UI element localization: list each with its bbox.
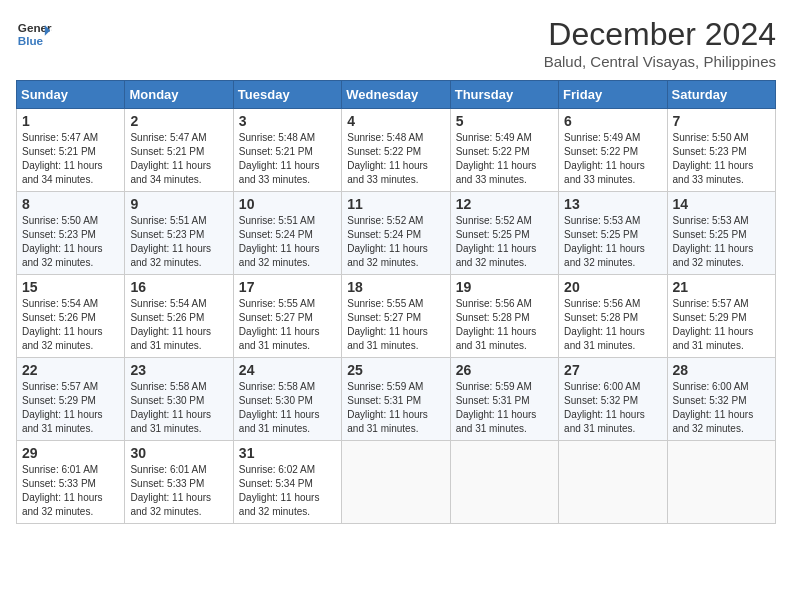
calendar-week-5: 29Sunrise: 6:01 AM Sunset: 5:33 PM Dayli…: [17, 441, 776, 524]
day-number: 27: [564, 362, 661, 378]
day-info: Sunrise: 5:55 AM Sunset: 5:27 PM Dayligh…: [347, 297, 444, 353]
calendar-cell: 18Sunrise: 5:55 AM Sunset: 5:27 PM Dayli…: [342, 275, 450, 358]
day-number: 9: [130, 196, 227, 212]
day-number: 5: [456, 113, 553, 129]
calendar-table: SundayMondayTuesdayWednesdayThursdayFrid…: [16, 80, 776, 524]
day-number: 11: [347, 196, 444, 212]
column-header-friday: Friday: [559, 81, 667, 109]
day-info: Sunrise: 6:01 AM Sunset: 5:33 PM Dayligh…: [130, 463, 227, 519]
logo-icon: General Blue: [16, 16, 52, 52]
day-info: Sunrise: 5:58 AM Sunset: 5:30 PM Dayligh…: [130, 380, 227, 436]
subtitle: Balud, Central Visayas, Philippines: [544, 53, 776, 70]
day-info: Sunrise: 5:57 AM Sunset: 5:29 PM Dayligh…: [673, 297, 770, 353]
calendar-cell: 28Sunrise: 6:00 AM Sunset: 5:32 PM Dayli…: [667, 358, 775, 441]
day-number: 30: [130, 445, 227, 461]
day-info: Sunrise: 5:50 AM Sunset: 5:23 PM Dayligh…: [22, 214, 119, 270]
day-info: Sunrise: 5:56 AM Sunset: 5:28 PM Dayligh…: [564, 297, 661, 353]
day-info: Sunrise: 6:02 AM Sunset: 5:34 PM Dayligh…: [239, 463, 336, 519]
calendar-cell: 30Sunrise: 6:01 AM Sunset: 5:33 PM Dayli…: [125, 441, 233, 524]
calendar-cell: 7Sunrise: 5:50 AM Sunset: 5:23 PM Daylig…: [667, 109, 775, 192]
day-info: Sunrise: 5:55 AM Sunset: 5:27 PM Dayligh…: [239, 297, 336, 353]
calendar-cell: [667, 441, 775, 524]
day-info: Sunrise: 5:49 AM Sunset: 5:22 PM Dayligh…: [456, 131, 553, 187]
calendar-cell: 13Sunrise: 5:53 AM Sunset: 5:25 PM Dayli…: [559, 192, 667, 275]
column-header-monday: Monday: [125, 81, 233, 109]
day-info: Sunrise: 5:52 AM Sunset: 5:25 PM Dayligh…: [456, 214, 553, 270]
day-info: Sunrise: 5:53 AM Sunset: 5:25 PM Dayligh…: [564, 214, 661, 270]
day-info: Sunrise: 5:56 AM Sunset: 5:28 PM Dayligh…: [456, 297, 553, 353]
day-info: Sunrise: 6:00 AM Sunset: 5:32 PM Dayligh…: [564, 380, 661, 436]
day-info: Sunrise: 5:54 AM Sunset: 5:26 PM Dayligh…: [22, 297, 119, 353]
day-info: Sunrise: 5:49 AM Sunset: 5:22 PM Dayligh…: [564, 131, 661, 187]
day-info: Sunrise: 5:58 AM Sunset: 5:30 PM Dayligh…: [239, 380, 336, 436]
calendar-cell: 1Sunrise: 5:47 AM Sunset: 5:21 PM Daylig…: [17, 109, 125, 192]
calendar-week-3: 15Sunrise: 5:54 AM Sunset: 5:26 PM Dayli…: [17, 275, 776, 358]
calendar-cell: 16Sunrise: 5:54 AM Sunset: 5:26 PM Dayli…: [125, 275, 233, 358]
main-title: December 2024: [544, 16, 776, 53]
logo: General Blue: [16, 16, 52, 52]
day-number: 26: [456, 362, 553, 378]
column-header-thursday: Thursday: [450, 81, 558, 109]
calendar-cell: 10Sunrise: 5:51 AM Sunset: 5:24 PM Dayli…: [233, 192, 341, 275]
calendar-cell: 4Sunrise: 5:48 AM Sunset: 5:22 PM Daylig…: [342, 109, 450, 192]
day-number: 19: [456, 279, 553, 295]
day-number: 17: [239, 279, 336, 295]
day-number: 22: [22, 362, 119, 378]
day-info: Sunrise: 5:48 AM Sunset: 5:21 PM Dayligh…: [239, 131, 336, 187]
calendar-cell: 8Sunrise: 5:50 AM Sunset: 5:23 PM Daylig…: [17, 192, 125, 275]
day-info: Sunrise: 5:59 AM Sunset: 5:31 PM Dayligh…: [456, 380, 553, 436]
calendar-cell: [559, 441, 667, 524]
day-number: 10: [239, 196, 336, 212]
day-info: Sunrise: 5:59 AM Sunset: 5:31 PM Dayligh…: [347, 380, 444, 436]
day-number: 25: [347, 362, 444, 378]
day-info: Sunrise: 5:57 AM Sunset: 5:29 PM Dayligh…: [22, 380, 119, 436]
column-header-tuesday: Tuesday: [233, 81, 341, 109]
calendar-cell: 2Sunrise: 5:47 AM Sunset: 5:21 PM Daylig…: [125, 109, 233, 192]
calendar-cell: 17Sunrise: 5:55 AM Sunset: 5:27 PM Dayli…: [233, 275, 341, 358]
calendar-cell: 6Sunrise: 5:49 AM Sunset: 5:22 PM Daylig…: [559, 109, 667, 192]
calendar-header-row: SundayMondayTuesdayWednesdayThursdayFrid…: [17, 81, 776, 109]
day-number: 23: [130, 362, 227, 378]
day-number: 8: [22, 196, 119, 212]
calendar-cell: 23Sunrise: 5:58 AM Sunset: 5:30 PM Dayli…: [125, 358, 233, 441]
day-info: Sunrise: 5:54 AM Sunset: 5:26 PM Dayligh…: [130, 297, 227, 353]
day-info: Sunrise: 5:48 AM Sunset: 5:22 PM Dayligh…: [347, 131, 444, 187]
day-number: 20: [564, 279, 661, 295]
day-info: Sunrise: 5:47 AM Sunset: 5:21 PM Dayligh…: [130, 131, 227, 187]
calendar-cell: 9Sunrise: 5:51 AM Sunset: 5:23 PM Daylig…: [125, 192, 233, 275]
day-number: 18: [347, 279, 444, 295]
day-number: 15: [22, 279, 119, 295]
day-number: 7: [673, 113, 770, 129]
day-number: 14: [673, 196, 770, 212]
calendar-cell: 3Sunrise: 5:48 AM Sunset: 5:21 PM Daylig…: [233, 109, 341, 192]
calendar-cell: 14Sunrise: 5:53 AM Sunset: 5:25 PM Dayli…: [667, 192, 775, 275]
day-info: Sunrise: 5:51 AM Sunset: 5:24 PM Dayligh…: [239, 214, 336, 270]
calendar-cell: 31Sunrise: 6:02 AM Sunset: 5:34 PM Dayli…: [233, 441, 341, 524]
day-number: 28: [673, 362, 770, 378]
calendar-cell: 26Sunrise: 5:59 AM Sunset: 5:31 PM Dayli…: [450, 358, 558, 441]
day-number: 16: [130, 279, 227, 295]
calendar-cell: [450, 441, 558, 524]
day-info: Sunrise: 5:51 AM Sunset: 5:23 PM Dayligh…: [130, 214, 227, 270]
calendar-cell: [342, 441, 450, 524]
calendar-cell: 29Sunrise: 6:01 AM Sunset: 5:33 PM Dayli…: [17, 441, 125, 524]
calendar-cell: 5Sunrise: 5:49 AM Sunset: 5:22 PM Daylig…: [450, 109, 558, 192]
day-number: 12: [456, 196, 553, 212]
calendar-week-4: 22Sunrise: 5:57 AM Sunset: 5:29 PM Dayli…: [17, 358, 776, 441]
day-info: Sunrise: 5:47 AM Sunset: 5:21 PM Dayligh…: [22, 131, 119, 187]
day-info: Sunrise: 6:00 AM Sunset: 5:32 PM Dayligh…: [673, 380, 770, 436]
day-number: 6: [564, 113, 661, 129]
calendar-week-1: 1Sunrise: 5:47 AM Sunset: 5:21 PM Daylig…: [17, 109, 776, 192]
day-number: 3: [239, 113, 336, 129]
calendar-cell: 20Sunrise: 5:56 AM Sunset: 5:28 PM Dayli…: [559, 275, 667, 358]
day-number: 1: [22, 113, 119, 129]
day-number: 24: [239, 362, 336, 378]
day-number: 21: [673, 279, 770, 295]
calendar-cell: 27Sunrise: 6:00 AM Sunset: 5:32 PM Dayli…: [559, 358, 667, 441]
day-info: Sunrise: 5:50 AM Sunset: 5:23 PM Dayligh…: [673, 131, 770, 187]
calendar-cell: 22Sunrise: 5:57 AM Sunset: 5:29 PM Dayli…: [17, 358, 125, 441]
column-header-saturday: Saturday: [667, 81, 775, 109]
header: General Blue December 2024 Balud, Centra…: [16, 16, 776, 70]
day-info: Sunrise: 5:53 AM Sunset: 5:25 PM Dayligh…: [673, 214, 770, 270]
calendar-cell: 12Sunrise: 5:52 AM Sunset: 5:25 PM Dayli…: [450, 192, 558, 275]
